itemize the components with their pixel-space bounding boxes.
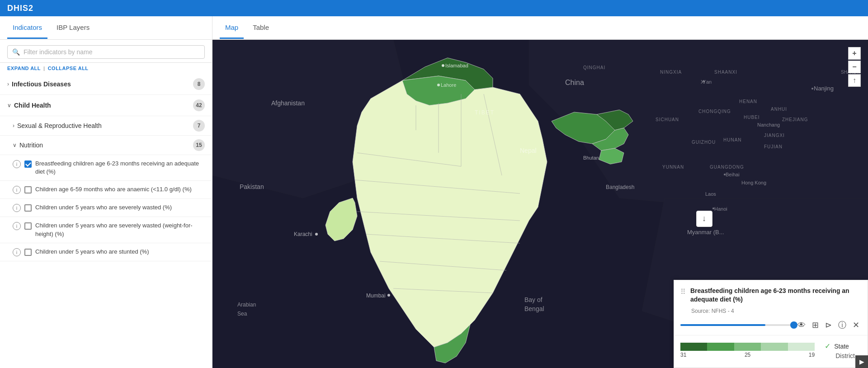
indicator-label: Children under 5 years who are stunted (… [35, 248, 149, 256]
svg-text:China: China [565, 79, 584, 86]
svg-text:GUANGDONG: GUANGDONG [710, 165, 744, 170]
svg-text:Hanoi: Hanoi [714, 206, 727, 212]
svg-text:YUNNAN: YUNNAN [662, 165, 684, 170]
svg-text:ANHUI: ANHUI [771, 107, 787, 112]
legend-value-high: 31 [680, 352, 686, 358]
close-panel-icon[interactable]: ✕ [853, 320, 859, 330]
map-tabs: Map Table [212, 16, 868, 40]
svg-point-15 [315, 233, 318, 236]
svg-text:SHAANXI: SHAANXI [714, 70, 737, 75]
indicator-panel-title: Breastfeeding children age 6-23 months r… [690, 287, 861, 304]
info-icon[interactable]: ⓘ [838, 320, 846, 330]
map-background: Islamabad Lahore Karachi Mumbai Afghanis… [212, 40, 868, 368]
category-arrow: ∨ [7, 102, 11, 109]
svg-point-47 [703, 80, 705, 82]
svg-point-56 [712, 208, 714, 209]
tab-ibp-layers[interactable]: IBP Layers [51, 17, 95, 39]
tab-map[interactable]: Map [220, 17, 244, 39]
panel-icons: 👁 ⊞ ⊳ ⓘ ✕ [797, 320, 861, 330]
svg-text:Lahore: Lahore [441, 82, 456, 88]
indicator-checkbox[interactable] [24, 249, 32, 256]
state-district-options: ✓ State District [818, 338, 861, 363]
svg-text:JIANGXI: JIANGXI [764, 133, 785, 138]
svg-text:HUBEI: HUBEI [744, 115, 760, 120]
map-corner-toggle[interactable]: ▶ [855, 355, 868, 368]
svg-text:FUJIAN: FUJIAN [764, 144, 783, 149]
svg-point-50 [724, 174, 726, 175]
drag-handle[interactable]: ⠿ [680, 288, 686, 296]
indicator-checkbox[interactable] [24, 186, 32, 193]
svg-text:HENAN: HENAN [739, 99, 757, 104]
tab-indicators[interactable]: Indicators [7, 17, 47, 39]
opacity-slider[interactable] [680, 324, 794, 326]
indicator-item: i Breastfeeding children age 6-23 months… [0, 155, 212, 181]
zoom-out-button[interactable]: − [848, 61, 861, 73]
visibility-icon[interactable]: 👁 [797, 321, 806, 330]
svg-text:Nanchang: Nanchang [757, 122, 780, 127]
svg-text:Myanmar (B...: Myanmar (B... [687, 229, 724, 236]
zoom-in-button[interactable]: + [848, 47, 861, 60]
svg-point-53 [811, 88, 813, 90]
info-icon[interactable]: i [13, 222, 21, 230]
svg-text:Bay of: Bay of [524, 296, 542, 303]
category-count: 8 [193, 78, 205, 90]
legend-value-mid: 25 [745, 352, 750, 358]
indicator-checkbox[interactable] [24, 204, 32, 212]
indicator-checkbox[interactable] [24, 160, 32, 168]
indicator-panel: ⠿ Breastfeeding children age 6-23 months… [674, 280, 868, 368]
slider-row: 👁 ⊞ ⊳ ⓘ ✕ [674, 318, 868, 335]
layers-icon[interactable]: ⊞ [812, 320, 819, 330]
indicator-label: Children under 5 years who are severely … [35, 203, 172, 212]
subcategory-nutrition[interactable]: ∨ Nutrition 15 [0, 136, 212, 155]
svg-text:Nepal: Nepal [520, 147, 537, 154]
svg-text:GUIZHOU: GUIZHOU [692, 140, 716, 145]
search-input[interactable] [24, 48, 200, 56]
category-name: Child Health [14, 102, 193, 109]
state-check-icon: ✓ [825, 342, 830, 350]
svg-text:Bhutan: Bhutan [583, 155, 599, 160]
info-icon[interactable]: i [13, 186, 21, 194]
subcategory-sexual-reproductive[interactable]: › Sexual & Reproductive Health 7 [0, 116, 212, 136]
svg-point-13 [437, 84, 440, 86]
sidebar: Indicators IBP Layers 🔍 EXPAND ALL | COL… [0, 16, 212, 368]
collapse-all-button[interactable]: COLLAPSE ALL [48, 66, 89, 71]
map-download-button[interactable]: ↓ [696, 211, 712, 227]
indicator-label: Children under 5 years who are severely … [35, 222, 205, 238]
category-count: 42 [193, 99, 205, 111]
indicator-checkbox[interactable] [24, 222, 32, 230]
reset-north-button[interactable]: ↑ [848, 74, 861, 87]
svg-point-11 [442, 64, 444, 67]
state-option[interactable]: ✓ State [825, 342, 849, 350]
tab-table[interactable]: Table [247, 17, 274, 39]
state-label: State [834, 343, 849, 350]
category-arrow: › [7, 81, 9, 87]
info-icon[interactable]: i [13, 160, 21, 168]
svg-text:Nanjing: Nanjing [814, 85, 834, 92]
svg-text:Hong Kong: Hong Kong [741, 180, 766, 185]
svg-text:Bengal: Bengal [524, 305, 544, 312]
legend-values: 31 25 19 [680, 343, 815, 359]
map-panel: Map Table [212, 16, 868, 368]
indicator-item: i Children age 6-59 months who are anaem… [0, 181, 212, 199]
filter-icon[interactable]: ⊳ [825, 320, 832, 330]
svg-text:Afghanistan: Afghanistan [271, 99, 305, 107]
district-option[interactable]: District [825, 352, 855, 359]
indicator-item: i Children under 5 years who are stunted… [0, 243, 212, 261]
search-box: 🔍 [7, 45, 205, 59]
subcategory-name: Sexual & Reproductive Health [17, 122, 193, 129]
svg-text:ZHEJIANG: ZHEJIANG [782, 117, 808, 122]
info-icon[interactable]: i [13, 204, 21, 212]
indicator-legend: 31 25 19 ✓ State District [674, 335, 868, 368]
divider: | [43, 66, 45, 71]
indicator-item: i Children under 5 years who are severel… [0, 217, 212, 243]
svg-text:Islamabad: Islamabad [445, 63, 468, 68]
expand-all-button[interactable]: EXPAND ALL [7, 66, 41, 71]
search-icon: 🔍 [12, 48, 20, 56]
search-container: 🔍 [0, 40, 212, 63]
category-name: Infectious Diseases [12, 80, 193, 88]
category-infectious-diseases[interactable]: › Infectious Diseases 8 [0, 74, 212, 95]
info-icon[interactable]: i [13, 248, 21, 256]
sidebar-tabs: Indicators IBP Layers [0, 16, 212, 40]
category-child-health[interactable]: ∨ Child Health 42 [0, 95, 212, 116]
svg-text:CHONGQING: CHONGQING [698, 109, 731, 114]
